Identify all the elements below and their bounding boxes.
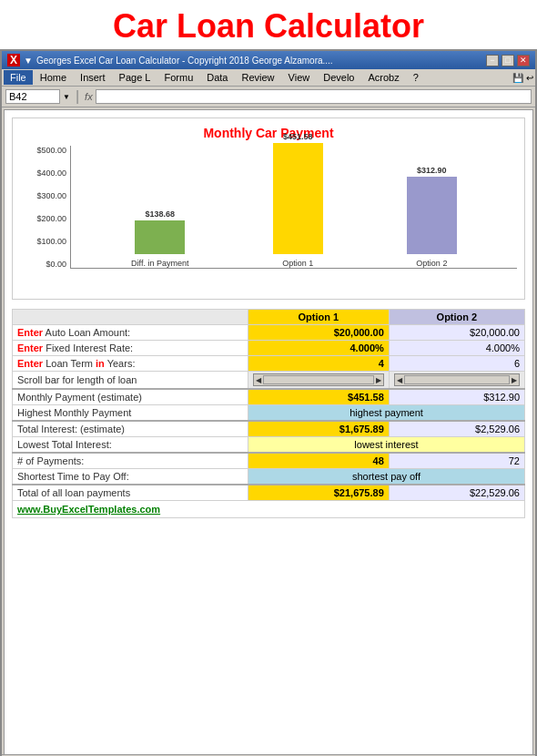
y-label-0: $0.00 (46, 260, 66, 269)
data-table: Option 1 Option 2 Enter Auto Loan Amount… (12, 309, 525, 518)
header-option2: Option 2 (389, 310, 524, 325)
table-header-row: Option 1 Option 2 (13, 310, 525, 325)
total-payments-opt1: $21,675.89 (248, 485, 389, 501)
enter-label-2: Enter (17, 342, 43, 353)
formula-input[interactable] (96, 89, 532, 104)
chart-area: $500.00 $400.00 $300.00 $200.00 $100.00 … (20, 146, 517, 291)
table-row-scrollbar: Scroll bar for length of loan ◀ ▶ ◀ ▶ (13, 372, 525, 390)
bar-opt2-label-bottom: Option 2 (416, 259, 447, 268)
restore-button[interactable]: □ (502, 55, 514, 66)
website-link[interactable]: www.BuyExcelTemplates.com (13, 501, 525, 518)
ribbon-icons: 💾 ↩ (512, 73, 533, 83)
in-label: in (96, 358, 105, 369)
excel-icon: X (7, 54, 20, 66)
scroll-thumb-2[interactable] (404, 375, 510, 384)
table-row: Lowest Total Interest: lowest interest (13, 437, 525, 454)
formula-divider: | (73, 88, 82, 105)
row-loan-opt2[interactable]: $20,000.00 (389, 325, 524, 341)
y-axis: $500.00 $400.00 $300.00 $200.00 $100.00 … (20, 146, 70, 269)
enter-label-3: Enter (17, 358, 43, 369)
total-interest-label: Total Interest: (estimate) (13, 421, 248, 437)
title-bar-left: X ▼ Georges Excel Car Loan Calculator - … (7, 54, 333, 66)
menu-page-layout[interactable]: Page L (113, 70, 157, 85)
bar-opt1 (273, 143, 323, 254)
y-label-200: $200.00 (36, 214, 66, 223)
title-bar-controls: − □ ✕ (486, 55, 530, 66)
scroll-right-arrow-2[interactable]: ▶ (512, 376, 517, 384)
scrollbar-label: Scroll bar for length of loan (13, 372, 248, 390)
bars-area: $138.68 Diff. in Payment $451.58 Option … (70, 146, 517, 269)
menu-review[interactable]: Review (236, 70, 281, 85)
shortest-payoff-label: Shortest Time to Pay Off: (13, 469, 248, 485)
header-empty (13, 310, 248, 325)
formula-fx: fx (85, 91, 93, 102)
page-title: Car Loan Calculator (0, 0, 537, 49)
menu-insert[interactable]: Insert (74, 70, 112, 85)
formula-bar: ▼ | fx (2, 87, 535, 107)
num-payments-label: # of Payments: (13, 453, 248, 469)
total-interest-opt1: $1,675.89 (248, 421, 389, 437)
num-payments-opt2: 72 (389, 453, 524, 469)
undo-icon[interactable]: ↩ (526, 73, 533, 83)
num-payments-opt1: 48 (248, 453, 389, 469)
formula-drop-arrow[interactable]: ▼ (63, 93, 70, 101)
menu-help[interactable]: ? (407, 70, 425, 85)
title-bar: X ▼ Georges Excel Car Loan Calculator - … (2, 51, 535, 69)
scroll-right-arrow-1[interactable]: ▶ (376, 376, 381, 384)
minimize-button[interactable]: − (486, 55, 499, 66)
table-row: Shortest Time to Pay Off: shortest pay o… (13, 469, 525, 485)
table-row: Highest Monthly Payment highest payment (13, 405, 525, 422)
menu-file[interactable]: File (4, 70, 33, 85)
spreadsheet-area: Monthly Car Payment $500.00 $400.00 $300… (4, 109, 533, 756)
scroll-left-arrow-1[interactable]: ◀ (256, 376, 261, 384)
menu-developer[interactable]: Develo (317, 70, 360, 85)
row-loan-label: Enter Auto Loan Amount: (13, 325, 248, 341)
title-bar-text: Georges Excel Car Loan Calculator - Copy… (36, 56, 333, 66)
title-bar-icon2: ▼ (24, 56, 33, 66)
row-rate-label: Enter Fixed Interest Rate: (13, 341, 248, 356)
menu-view[interactable]: View (282, 70, 317, 85)
total-interest-opt2: $2,529.06 (389, 421, 524, 437)
table-row: Monthly Payment (estimate) $451.58 $312.… (13, 389, 525, 405)
total-payments-label: Total of all loan payments (13, 485, 248, 501)
bar-group-opt1: $451.58 Option 1 (273, 132, 323, 268)
lowest-interest-value: lowest interest (248, 437, 524, 454)
save-icon[interactable]: 💾 (512, 73, 523, 83)
y-label-400: $400.00 (36, 169, 66, 178)
row-loan-opt1[interactable]: $20,000.00 (248, 325, 389, 341)
close-button[interactable]: ✕ (517, 55, 530, 66)
bar-opt2 (407, 177, 457, 254)
row-rate-opt1[interactable]: 4.000% (248, 341, 389, 356)
bar-diff-label-top: $138.68 (146, 209, 176, 219)
website-text[interactable]: www.BuyExcelTemplates.com (17, 504, 160, 515)
chart-title: Monthly Car Payment (20, 126, 517, 140)
bar-group-opt2: $312.90 Option 2 (407, 166, 457, 268)
scrollbar-opt1[interactable]: ◀ ▶ (248, 372, 389, 390)
highest-payment-value: highest payment (248, 405, 524, 422)
row-term-opt2[interactable]: 6 (389, 356, 524, 372)
menu-acrobat[interactable]: Acrobz (361, 70, 405, 85)
scroll-thumb-1[interactable] (263, 375, 374, 384)
monthly-payment-opt1: $451.58 (248, 389, 389, 405)
table-row: Total of all loan payments $21,675.89 $2… (13, 485, 525, 501)
menu-home[interactable]: Home (34, 70, 73, 85)
row-term-opt1[interactable]: 4 (248, 356, 389, 372)
cell-reference-input[interactable] (5, 89, 60, 104)
bar-diff (135, 220, 185, 254)
y-label-100: $100.00 (36, 237, 66, 246)
scroll-left-arrow-2[interactable]: ◀ (397, 376, 402, 384)
menu-data[interactable]: Data (200, 70, 234, 85)
menu-formulas[interactable]: Formu (157, 70, 199, 85)
bar-opt1-label-bottom: Option 1 (282, 259, 313, 268)
monthly-payment-label: Monthly Payment (estimate) (13, 389, 248, 405)
monthly-payment-opt2: $312.90 (389, 389, 524, 405)
bar-opt1-label-top: $451.58 (283, 132, 313, 141)
row-rate-opt2[interactable]: 4.000% (389, 341, 524, 356)
table-row: Total Interest: (estimate) $1,675.89 $2,… (13, 421, 525, 437)
y-label-300: $300.00 (36, 191, 66, 200)
table-row: Enter Loan Term in Years: 4 6 (13, 356, 525, 372)
header-option1: Option 1 (248, 310, 389, 325)
excel-window: X ▼ Georges Excel Car Loan Calculator - … (0, 49, 537, 756)
scrollbar-opt2[interactable]: ◀ ▶ (389, 372, 524, 390)
shortest-payoff-value: shortest pay off (248, 469, 524, 485)
